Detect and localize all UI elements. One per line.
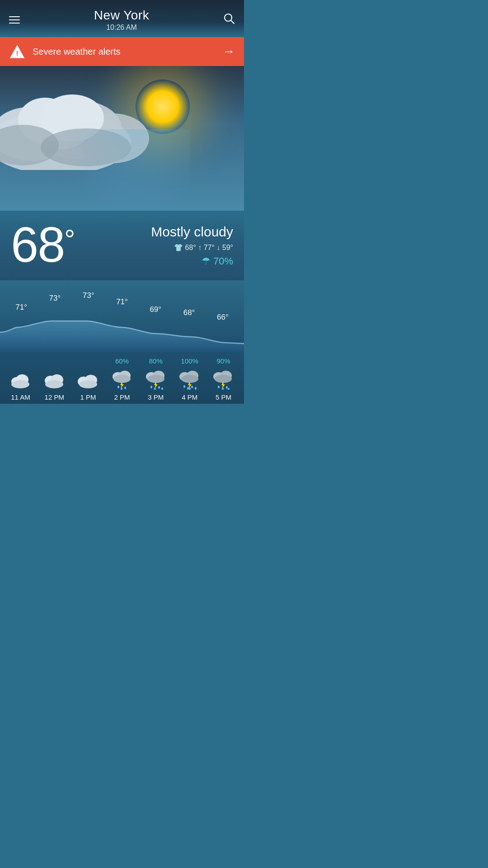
precip-5pm: 90% [216, 357, 230, 366]
weather-scene [0, 66, 244, 211]
weather-icon-12pm [42, 368, 66, 392]
light-rays-graphic [54, 129, 190, 211]
weather-stats: 👕 68° ↑ 77° ↓ 59° [151, 243, 233, 252]
svg-point-56 [218, 386, 220, 388]
svg-point-39 [158, 386, 160, 389]
menu-button[interactable] [9, 16, 20, 24]
svg-text:!: ! [16, 50, 19, 57]
svg-point-48 [191, 386, 193, 388]
temperature-display: 68° [11, 220, 74, 269]
alert-text: Severe weather alerts [33, 47, 222, 57]
tshirt-icon: 👕 [174, 244, 185, 251]
alert-banner[interactable]: ! Severe weather alerts → [0, 37, 244, 66]
umbrella-icon: ☂ [202, 255, 211, 267]
temperature-value: 68° [11, 217, 74, 272]
hour-item-3pm: 80% 3 PM [141, 357, 171, 401]
precip-4pm: 100% [181, 357, 198, 366]
weather-info-panel: 68° Mostly cloudy 👕 68° ↑ 77° ↓ 59° ☂ 70… [0, 211, 244, 280]
svg-point-15 [11, 380, 29, 388]
app-header: New York 10:26 AM [0, 0, 244, 37]
warning-icon: ! [9, 43, 25, 60]
hour-label-4pm: 4 PM [182, 393, 197, 401]
svg-point-49 [195, 387, 197, 390]
hour-item-2pm: 60% 2 PM [107, 357, 137, 401]
hourly-forecast-row: 11 AM 12 PM [0, 353, 244, 401]
search-button[interactable] [223, 13, 235, 27]
header-center: New York 10:26 AM [94, 8, 149, 32]
hour-label-1pm: 1 PM [80, 393, 96, 401]
svg-line-1 [231, 20, 234, 24]
hour-item-4pm: 100% 4 PM [174, 357, 205, 401]
hour-label-5pm: 5 PM [216, 393, 231, 401]
svg-point-50 [189, 387, 191, 390]
precip-3pm: 80% [149, 357, 163, 366]
hour-item-1pm: 1 PM [73, 357, 103, 401]
rain-chance: ☂ 70% [151, 255, 233, 267]
svg-point-29 [117, 386, 119, 388]
svg-point-38 [154, 387, 156, 390]
svg-point-19 [45, 380, 63, 388]
weather-icon-5pm [211, 368, 235, 392]
hour-label-3pm: 3 PM [148, 393, 164, 401]
svg-point-47 [187, 387, 189, 390]
hour-label-12pm: 12 PM [45, 393, 64, 401]
svg-point-40 [161, 387, 163, 390]
weather-icon-1pm [76, 368, 100, 392]
precip-2pm: 60% [115, 357, 129, 366]
temp-curve-area: 71° 73° 73° 71° 69° 68° 66° [0, 280, 244, 353]
alert-arrow-icon: → [222, 44, 235, 59]
rain-percent: 70% [213, 255, 233, 267]
city-name: New York [94, 8, 149, 23]
svg-point-23 [79, 380, 97, 388]
weather-icon-11am [9, 368, 32, 392]
svg-point-46 [183, 385, 185, 388]
weather-icon-3pm [144, 368, 168, 392]
temperature-curve [0, 280, 244, 353]
hour-divider [0, 404, 244, 404]
hour-item-5pm: 90% 5 PM [208, 357, 239, 401]
svg-point-59 [228, 388, 230, 390]
hour-item-12pm: 12 PM [39, 357, 70, 401]
hour-label-2pm: 2 PM [114, 393, 130, 401]
weather-icon-4pm [178, 368, 202, 392]
svg-point-37 [150, 386, 152, 388]
current-time: 10:26 AM [94, 24, 149, 32]
svg-point-58 [226, 386, 228, 389]
weather-details: Mostly cloudy 👕 68° ↑ 77° ↓ 59° ☂ 70% [151, 220, 233, 267]
weather-condition: Mostly cloudy [151, 224, 233, 240]
hourly-section: 71° 73° 73° 71° 69° 68° 66° [0, 280, 244, 404]
weather-icon-2pm [110, 368, 134, 392]
svg-point-30 [124, 387, 126, 389]
hour-label-11am: 11 AM [11, 393, 30, 401]
hour-item-11am: 11 AM [5, 357, 36, 401]
